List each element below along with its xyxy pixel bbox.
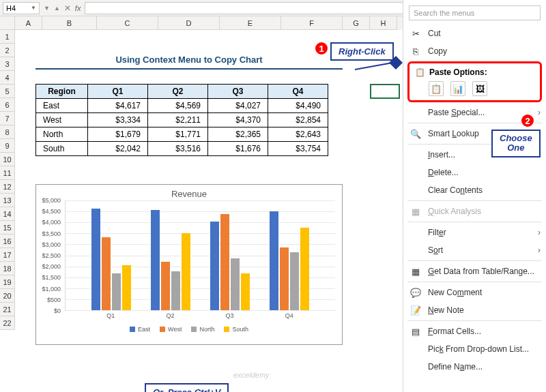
svg-line-1 xyxy=(355,63,392,70)
menu-delete[interactable]: Delete... xyxy=(403,164,546,181)
menu-get-data[interactable]: ▦Get Data from Table/Range... xyxy=(403,262,546,280)
col-header[interactable]: B xyxy=(42,16,97,30)
legend-item: South xyxy=(224,326,248,333)
menu-new-comment[interactable]: 💬New Comment xyxy=(403,284,546,301)
paste-picture-icon[interactable]: 🖼 xyxy=(472,81,487,96)
sheet-title: Using Context Menu to Copy Chart xyxy=(35,55,343,65)
row-header[interactable]: 13 xyxy=(0,194,15,207)
row-header[interactable]: 8 xyxy=(0,125,15,139)
row-header[interactable]: 19 xyxy=(0,275,15,289)
menu-quick-analysis[interactable]: ▦Quick Analysis xyxy=(403,202,546,220)
name-box[interactable]: H4 ▼ xyxy=(3,2,40,14)
chevron-right-icon: › xyxy=(538,228,541,237)
menu-pick-dropdown[interactable]: Pick From Drop-down List... xyxy=(403,340,546,358)
menu-clear-contents[interactable]: Clear Contents xyxy=(403,181,546,199)
name-box-value: H4 xyxy=(6,4,16,12)
row-header[interactable]: 20 xyxy=(0,289,15,303)
table-header: Q4 xyxy=(268,85,328,99)
search-menu-input[interactable]: Search the menus xyxy=(409,5,541,20)
row-header[interactable]: 21 xyxy=(0,303,15,316)
menu-copy[interactable]: ⎘Copy xyxy=(403,42,546,60)
col-header[interactable]: G xyxy=(343,16,370,30)
callout-choose-one: Choose One xyxy=(491,130,541,157)
paste-options-label: 📋Paste Options: xyxy=(412,66,537,81)
cancel-icon[interactable]: ✕ xyxy=(64,3,71,13)
row-header[interactable]: 3 xyxy=(0,57,15,71)
table-row: North$1,679$1,771$2,365$2,643 xyxy=(36,127,328,142)
table-icon: ▦ xyxy=(410,266,421,277)
row-header[interactable]: 11 xyxy=(0,166,15,180)
bar xyxy=(290,252,299,310)
chart[interactable]: Revenue $5,000$4,500$4,000$3,500$3,000$2… xyxy=(35,184,343,345)
row-header[interactable]: 5 xyxy=(0,85,15,98)
search-icon: 🔍 xyxy=(410,128,421,139)
row-header[interactable]: 15 xyxy=(0,221,15,235)
row-header[interactable]: 6 xyxy=(0,98,15,112)
col-header[interactable]: H xyxy=(370,16,397,30)
watermark: exceldemy xyxy=(233,371,270,379)
row-header[interactable]: 17 xyxy=(0,248,15,262)
x-axis-labels: Q1Q2Q3Q4 xyxy=(65,312,335,323)
chart-legend: EastWestNorthSouth xyxy=(36,323,342,335)
bar xyxy=(241,273,250,310)
row-header[interactable]: 4 xyxy=(0,71,15,85)
selected-cell-h4[interactable] xyxy=(370,84,400,99)
row-header[interactable]: 7 xyxy=(0,112,15,125)
data-table: RegionQ1Q2Q3Q4 East$4,617$4,569$4,027$4,… xyxy=(35,84,328,156)
table-header: Region xyxy=(36,85,88,99)
chevron-right-icon: › xyxy=(538,245,541,255)
paste-options-group: 📋Paste Options: 📋 📊 🖼 xyxy=(407,61,542,102)
col-header[interactable]: A xyxy=(15,16,42,30)
down-icon[interactable]: ▼ xyxy=(44,5,50,12)
menu-cut[interactable]: ✂Cut xyxy=(403,25,546,42)
bar xyxy=(171,271,180,310)
title-underline xyxy=(35,68,343,70)
analysis-icon: ▦ xyxy=(410,206,421,217)
up-icon[interactable]: ▲ xyxy=(54,5,60,12)
menu-new-note[interactable]: 📝New Note xyxy=(403,301,546,319)
col-header[interactable]: D xyxy=(158,16,220,30)
row-header[interactable]: 10 xyxy=(0,153,15,166)
row-header[interactable]: 9 xyxy=(0,139,15,153)
row-header[interactable]: 1 xyxy=(0,30,15,44)
context-menu: Search the menus ✂Cut ⎘Copy 📋Paste Optio… xyxy=(403,0,546,392)
table-header: Q1 xyxy=(88,85,148,99)
col-header[interactable]: C xyxy=(97,16,158,30)
menu-filter[interactable]: Filter› xyxy=(403,224,546,241)
select-all-corner[interactable] xyxy=(0,16,15,30)
bar xyxy=(161,262,170,310)
row-header[interactable]: 2 xyxy=(0,44,15,57)
scissors-icon: ✂ xyxy=(410,28,421,39)
callout-arrow xyxy=(355,56,403,76)
table-header: Q2 xyxy=(148,85,208,99)
row-header[interactable]: 14 xyxy=(0,207,15,221)
legend-item: North xyxy=(191,326,214,333)
fx-label[interactable]: fx xyxy=(75,4,81,12)
bar xyxy=(102,237,111,310)
menu-format-cells[interactable]: ▤Format Cells... xyxy=(403,322,546,340)
col-header[interactable]: F xyxy=(281,16,343,30)
row-header[interactable]: 12 xyxy=(0,180,15,194)
chevron-right-icon: › xyxy=(538,108,541,117)
paste-keep-source-icon[interactable]: 📋 xyxy=(429,81,444,96)
legend-item: West xyxy=(160,326,182,333)
row-header[interactable]: 22 xyxy=(0,316,15,330)
menu-define-name[interactable]: Define Name... xyxy=(403,358,546,376)
table-row: West$3,334$2,211$4,370$2,854 xyxy=(36,113,328,127)
legend-item: East xyxy=(130,326,150,333)
row-header[interactable]: 18 xyxy=(0,262,15,275)
chevron-down-icon[interactable]: ▼ xyxy=(31,5,36,11)
bar xyxy=(300,228,309,310)
row-header[interactable]: 16 xyxy=(0,235,15,248)
bar xyxy=(112,273,121,310)
paste-link-icon[interactable]: 📊 xyxy=(450,81,465,96)
bar xyxy=(220,214,229,310)
table-row: East$4,617$4,569$4,027$4,490 xyxy=(36,99,328,113)
copy-icon: ⎘ xyxy=(410,46,421,57)
note-icon: 📝 xyxy=(410,305,421,316)
badge-1: 1 xyxy=(314,41,329,56)
y-axis-labels: $5,000$4,500$4,000$3,500$3,000$2,500$2,0… xyxy=(38,200,62,323)
col-header[interactable]: E xyxy=(220,16,281,30)
chart-title: Revenue xyxy=(36,185,342,200)
menu-sort[interactable]: Sort› xyxy=(403,241,546,259)
